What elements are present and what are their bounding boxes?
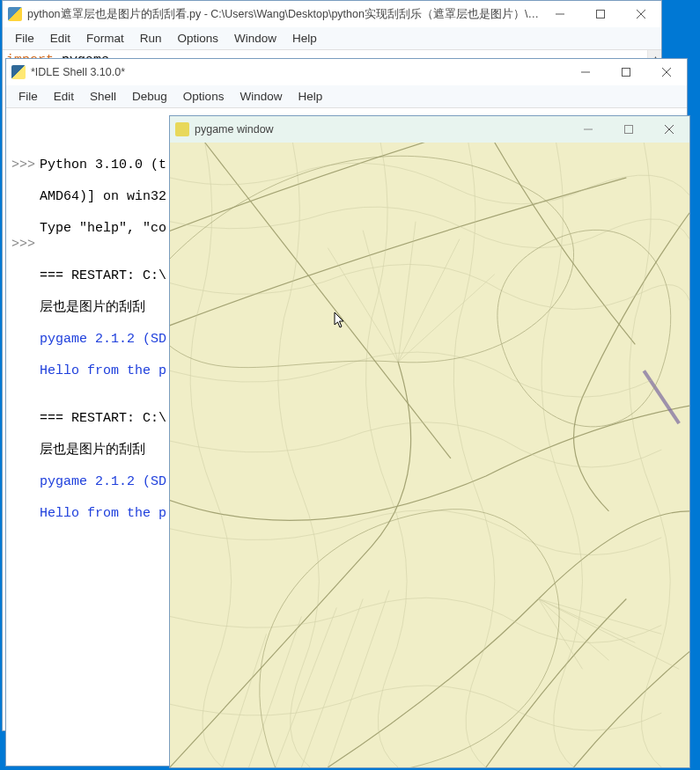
editor-maximize-button[interactable]	[580, 1, 621, 27]
shell-title: *IDLE Shell 3.10.0*	[31, 66, 565, 78]
pygame-canvas[interactable]	[170, 143, 689, 767]
shell-menu-file[interactable]: File	[11, 88, 45, 105]
shell-menu-options[interactable]: Options	[176, 88, 232, 105]
editor-menubar: File Edit Format Run Options Window Help	[3, 27, 661, 50]
svg-rect-1	[597, 11, 605, 18]
python-file-icon	[8, 7, 22, 21]
editor-title: python遮罩层也是图片的刮刮看.py - C:\Users\Wang\Des…	[27, 7, 540, 22]
shell-prompt-2: >>>	[11, 237, 35, 253]
editor-menu-options[interactable]: Options	[171, 30, 226, 47]
idle-icon	[11, 65, 26, 79]
editor-menu-file[interactable]: File	[8, 30, 41, 47]
editor-menu-run[interactable]: Run	[133, 30, 169, 47]
pygame-icon	[175, 122, 189, 136]
shell-menu-help[interactable]: Help	[291, 88, 329, 105]
shell-menu-debug[interactable]: Debug	[125, 88, 174, 105]
editor-minimize-button[interactable]	[540, 1, 580, 27]
pygame-minimize-button[interactable]	[568, 116, 608, 143]
shell-prompt-1: >>>	[11, 158, 35, 173]
shell-minimize-button[interactable]	[565, 59, 606, 85]
svg-rect-5	[623, 69, 630, 77]
pygame-title: pygame window	[195, 123, 568, 136]
shell-menubar: File Edit Shell Debug Options Window Hel…	[6, 85, 687, 108]
pygame-window: pygame window	[169, 115, 690, 768]
shell-menu-edit[interactable]: Edit	[47, 88, 81, 105]
editor-menu-format[interactable]: Format	[79, 30, 131, 47]
shell-maximize-button[interactable]	[606, 59, 646, 85]
editor-menu-help[interactable]: Help	[285, 30, 324, 47]
shell-titlebar[interactable]: *IDLE Shell 3.10.0*	[6, 59, 687, 85]
svg-rect-9	[625, 126, 633, 134]
shell-menu-shell[interactable]: Shell	[83, 88, 123, 105]
pygame-maximize-button[interactable]	[608, 116, 649, 143]
pygame-titlebar[interactable]: pygame window	[170, 116, 689, 143]
editor-titlebar[interactable]: python遮罩层也是图片的刮刮看.py - C:\Users\Wang\Des…	[3, 1, 661, 27]
editor-menu-window[interactable]: Window	[227, 30, 284, 47]
leaf-texture-image	[170, 143, 689, 767]
shell-close-button[interactable]	[646, 59, 687, 85]
pygame-close-button[interactable]	[649, 116, 689, 143]
editor-menu-edit[interactable]: Edit	[43, 30, 77, 47]
shell-menu-window[interactable]: Window	[232, 88, 289, 105]
editor-close-button[interactable]	[621, 1, 661, 27]
